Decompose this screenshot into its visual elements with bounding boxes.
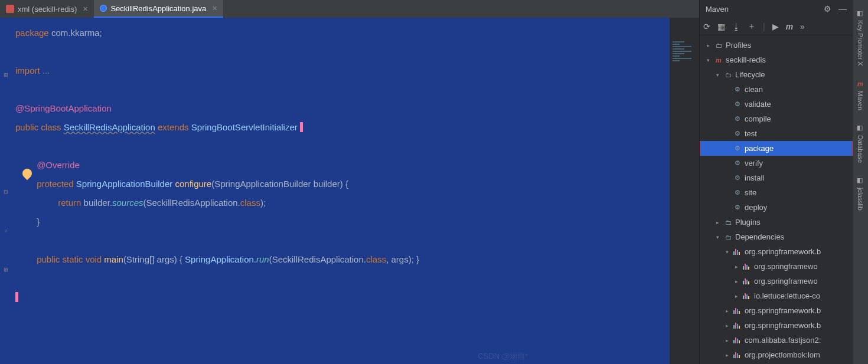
maven-tree-item[interactable]: 🗀Plugins — [700, 215, 853, 229]
maven-tree-item[interactable]: ⚙deploy — [700, 200, 853, 215]
tree-arrow-icon[interactable] — [704, 42, 712, 48]
fold-marker-icon[interactable]: ○ — [3, 228, 9, 234]
fold-marker-icon[interactable]: ⊞ — [3, 72, 9, 78]
method-name: main — [104, 254, 123, 264]
expr: ); — [260, 198, 266, 208]
maven-tree-item[interactable]: 🗀Lifecycle — [700, 67, 853, 82]
tree-item-label: seckill-redis — [726, 55, 766, 64]
minimap[interactable] — [670, 18, 699, 364]
tree-arrow-icon[interactable] — [733, 278, 740, 284]
tree-arrow-icon[interactable] — [733, 293, 740, 299]
maven-tree-item[interactable]: ⚙validate — [700, 97, 853, 112]
maven-tree-item[interactable]: ⚙compile — [700, 112, 853, 126]
tree-arrow-icon[interactable] — [723, 337, 730, 343]
tab-label: SeckillRedisApplication.java — [110, 4, 206, 13]
right-tool-button[interactable]: ◧jclasslib — [854, 171, 866, 215]
java-file-icon — [100, 5, 107, 12]
right-tool-button[interactable]: mMaven — [854, 74, 866, 115]
maven-tree-item[interactable]: org.springframework.b — [700, 244, 853, 259]
tool-label: jclasslib — [857, 188, 864, 211]
right-tool-button[interactable]: ◧Database — [854, 119, 866, 168]
tool-label: Key Promoter X — [857, 20, 864, 66]
maven-tree-item[interactable]: org.springframewo — [700, 274, 853, 288]
tree-item-label: org.projectlombok:lom — [745, 350, 820, 359]
type: SpringApplicationBuilder — [76, 179, 175, 189]
tree-item-label: validate — [745, 100, 771, 109]
close-tab-icon[interactable]: ✕ — [212, 5, 217, 12]
tree-arrow-icon[interactable] — [723, 249, 730, 255]
tree-arrow-icon[interactable] — [723, 352, 730, 358]
maven-tree-item[interactable]: io.lettuce:lettuce-co — [700, 288, 853, 303]
gear-icon: ⚙ — [733, 100, 742, 108]
tree-arrow-icon[interactable] — [723, 323, 730, 329]
gear-icon: ⚙ — [733, 204, 742, 211]
maven-tree[interactable]: 🗀Profilesmseckill-redis🗀Lifecycle⚙clean⚙… — [700, 35, 853, 364]
code-editor[interactable]: ⊞ ⊟ ○ ⊞ package com.kkarma; import ... @… — [0, 18, 699, 364]
tree-arrow-icon[interactable] — [714, 234, 721, 240]
tree-arrow-icon[interactable] — [723, 308, 730, 314]
params: (SpringApplicationBuilder builder) { — [211, 179, 348, 189]
maven-tree-item[interactable]: org.springframework.b — [700, 303, 853, 318]
tree-item-label: compile — [745, 114, 771, 123]
tree-item-label: verify — [745, 159, 763, 168]
settings-icon[interactable]: ⚙ — [824, 4, 831, 14]
folder-icon: 🗀 — [723, 234, 733, 241]
maven-tree-item[interactable]: org.springframewo — [700, 259, 853, 274]
maven-tree-item[interactable]: ⚙test — [700, 126, 853, 141]
close-tab-icon[interactable]: ✕ — [83, 5, 88, 13]
maven-tree-item[interactable]: 🗀Dependencies — [700, 229, 853, 244]
tree-arrow-icon[interactable] — [714, 219, 721, 225]
library-icon — [742, 293, 752, 299]
expr: builder. — [81, 198, 112, 208]
generate-sources-icon[interactable]: ▦ — [717, 22, 725, 31]
run-icon[interactable]: ▶ — [772, 22, 779, 31]
maven-tree-item[interactable]: ⚙site — [700, 185, 853, 200]
maven-tree-item[interactable]: ⚙clean — [700, 82, 853, 97]
maven-tree-item[interactable]: org.projectlombok:lom — [700, 347, 853, 362]
maven-tree-item[interactable]: ⚙verify — [700, 156, 853, 170]
tree-item-label: Plugins — [735, 218, 761, 227]
tree-arrow-icon[interactable] — [714, 72, 721, 78]
maven-tree-item[interactable]: 🗀Profiles — [700, 38, 853, 53]
tree-arrow-icon[interactable] — [704, 57, 712, 63]
fold-marker-icon[interactable]: ⊟ — [3, 189, 9, 195]
maven-tree-item[interactable]: ⚙package — [700, 141, 853, 156]
code-content[interactable]: package com.kkarma; import ... @SpringBo… — [12, 18, 691, 364]
right-tool-button[interactable]: ◧Key Promoter X — [854, 4, 866, 71]
maven-tree-item[interactable]: com.alibaba.fastjson2: — [700, 333, 853, 347]
library-icon — [733, 352, 742, 358]
keyword: static — [62, 254, 85, 264]
tree-item-label: Dependencies — [735, 232, 784, 241]
expr: , args); } — [386, 254, 419, 264]
watermark: CSDN @烟雨* — [478, 351, 528, 362]
brace: } — [15, 292, 18, 302]
reload-icon[interactable]: ⟳ — [703, 22, 710, 31]
gutter[interactable]: ⊞ ⊟ ○ ⊞ — [0, 18, 12, 364]
library-icon — [733, 337, 742, 343]
add-icon[interactable]: ＋ — [748, 21, 756, 32]
maven-tree-item[interactable]: mseckill-redis — [700, 53, 853, 67]
tree-item-label: org.springframewo — [754, 262, 818, 271]
minimize-icon[interactable]: — — [838, 4, 847, 14]
more-icon[interactable]: » — [800, 22, 805, 31]
tree-arrow-icon[interactable] — [733, 264, 740, 270]
annotation: @Override — [37, 160, 80, 170]
editor-tab[interactable]: xml (seckill-redis)✕ — [0, 0, 94, 18]
maven-tree-item[interactable]: org.springframework.b — [700, 318, 853, 333]
class-name: SeckillRedisApplication — [64, 122, 155, 132]
maven-title: Maven — [706, 5, 729, 14]
maven-m-icon[interactable]: m — [786, 22, 793, 31]
method-call: sources — [112, 198, 143, 208]
keyword: public — [15, 122, 41, 132]
params: (String[] args) { — [123, 254, 185, 264]
import-folded: ... — [40, 65, 50, 76]
maven-tree-item[interactable]: ⚙install — [700, 170, 853, 185]
keyword-import: import — [15, 65, 40, 76]
download-icon[interactable]: ⭳ — [732, 22, 740, 31]
folder-icon: 🗀 — [723, 219, 733, 226]
expr: (SeckillRedisApplication. — [269, 254, 366, 264]
editor-tab[interactable]: SeckillRedisApplication.java✕ — [94, 0, 223, 18]
gear-icon: ⚙ — [733, 86, 742, 93]
fold-marker-icon[interactable]: ⊞ — [3, 267, 9, 273]
tab-label: xml (seckill-redis) — [18, 5, 77, 14]
